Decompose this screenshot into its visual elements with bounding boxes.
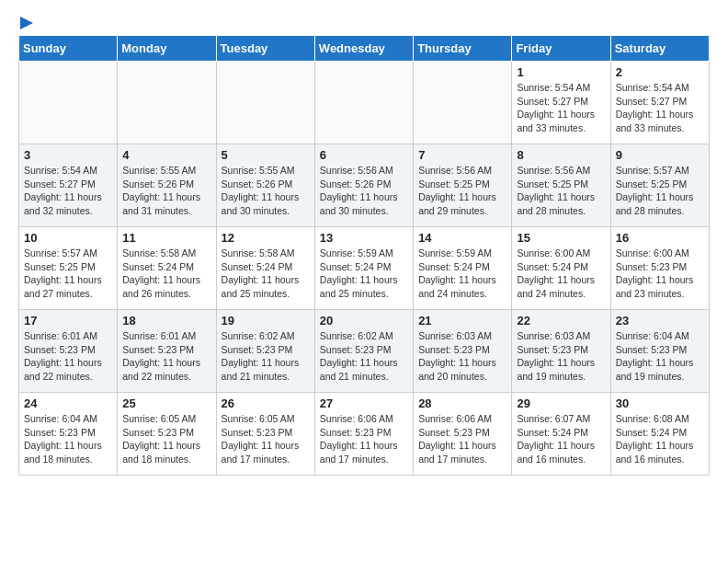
day-number: 25 — [122, 396, 210, 410]
day-number: 10 — [24, 231, 112, 245]
day-info: Sunrise: 6:04 AM Sunset: 5:23 PM Dayligh… — [24, 412, 112, 466]
calendar-cell: 6Sunrise: 5:56 AM Sunset: 5:26 PM Daylig… — [314, 144, 413, 227]
weekday-header-wednesday: Wednesday — [314, 36, 413, 62]
calendar-cell — [314, 62, 413, 144]
day-number: 16 — [616, 231, 704, 245]
calendar-cell: 29Sunrise: 6:07 AM Sunset: 5:24 PM Dayli… — [512, 393, 610, 476]
calendar-cell — [118, 62, 216, 144]
day-number: 19 — [222, 314, 310, 327]
day-info: Sunrise: 5:56 AM Sunset: 5:25 PM Dayligh… — [418, 164, 506, 218]
day-number: 22 — [517, 314, 605, 327]
calendar-cell: 16Sunrise: 6:00 AM Sunset: 5:23 PM Dayli… — [610, 227, 709, 310]
day-info: Sunrise: 6:03 AM Sunset: 5:23 PM Dayligh… — [517, 329, 605, 384]
calendar-cell: 17Sunrise: 6:01 AM Sunset: 5:23 PM Dayli… — [19, 310, 118, 393]
day-number: 8 — [517, 148, 605, 162]
day-info: Sunrise: 6:01 AM Sunset: 5:23 PM Dayligh… — [122, 329, 210, 384]
calendar-cell — [414, 62, 512, 144]
day-info: Sunrise: 5:59 AM Sunset: 5:24 PM Dayligh… — [418, 247, 506, 301]
calendar-week-row: 10Sunrise: 5:57 AM Sunset: 5:25 PM Dayli… — [19, 227, 710, 310]
day-info: Sunrise: 6:01 AM Sunset: 5:23 PM Dayligh… — [24, 329, 112, 384]
weekday-header-row: SundayMondayTuesdayWednesdayThursdayFrid… — [19, 36, 710, 62]
day-info: Sunrise: 5:57 AM Sunset: 5:25 PM Dayligh… — [24, 247, 112, 301]
day-number: 14 — [418, 231, 506, 245]
day-info: Sunrise: 5:56 AM Sunset: 5:26 PM Dayligh… — [320, 164, 408, 218]
day-info: Sunrise: 6:08 AM Sunset: 5:24 PM Dayligh… — [616, 412, 704, 466]
header — [18, 15, 710, 29]
calendar-cell: 11Sunrise: 5:58 AM Sunset: 5:24 PM Dayli… — [118, 227, 216, 310]
day-number: 15 — [517, 231, 605, 245]
calendar-cell: 3Sunrise: 5:54 AM Sunset: 5:27 PM Daylig… — [19, 144, 118, 227]
logo — [18, 15, 35, 35]
day-info: Sunrise: 5:57 AM Sunset: 5:25 PM Dayligh… — [616, 164, 704, 218]
calendar-cell: 26Sunrise: 6:05 AM Sunset: 5:23 PM Dayli… — [216, 393, 314, 476]
day-number: 6 — [320, 148, 408, 162]
calendar-cell: 8Sunrise: 5:56 AM Sunset: 5:25 PM Daylig… — [512, 144, 610, 227]
svg-marker-0 — [20, 17, 33, 29]
calendar-cell — [216, 62, 314, 144]
calendar-week-row: 17Sunrise: 6:01 AM Sunset: 5:23 PM Dayli… — [19, 310, 710, 393]
calendar-cell: 2Sunrise: 5:54 AM Sunset: 5:27 PM Daylig… — [610, 62, 709, 144]
weekday-header-monday: Monday — [118, 36, 216, 62]
day-number: 28 — [418, 396, 506, 410]
calendar-week-row: 3Sunrise: 5:54 AM Sunset: 5:27 PM Daylig… — [19, 144, 710, 227]
day-info: Sunrise: 6:07 AM Sunset: 5:24 PM Dayligh… — [517, 412, 605, 466]
logo-area — [18, 15, 35, 29]
day-info: Sunrise: 6:05 AM Sunset: 5:23 PM Dayligh… — [122, 412, 210, 466]
calendar-cell: 15Sunrise: 6:00 AM Sunset: 5:24 PM Dayli… — [512, 227, 610, 310]
day-info: Sunrise: 5:54 AM Sunset: 5:27 PM Dayligh… — [517, 81, 605, 135]
calendar-cell: 4Sunrise: 5:55 AM Sunset: 5:26 PM Daylig… — [118, 144, 216, 227]
day-info: Sunrise: 6:00 AM Sunset: 5:24 PM Dayligh… — [517, 247, 605, 301]
day-number: 4 — [122, 148, 210, 162]
day-number: 29 — [517, 396, 605, 410]
calendar-cell: 23Sunrise: 6:04 AM Sunset: 5:23 PM Dayli… — [610, 310, 709, 393]
day-info: Sunrise: 5:54 AM Sunset: 5:27 PM Dayligh… — [616, 81, 704, 135]
day-info: Sunrise: 5:55 AM Sunset: 5:26 PM Dayligh… — [122, 164, 210, 218]
day-number: 30 — [616, 396, 704, 410]
calendar-cell: 28Sunrise: 6:06 AM Sunset: 5:23 PM Dayli… — [414, 393, 512, 476]
day-number: 24 — [24, 396, 112, 410]
day-number: 27 — [320, 396, 408, 410]
calendar-cell: 9Sunrise: 5:57 AM Sunset: 5:25 PM Daylig… — [610, 144, 709, 227]
calendar-cell: 20Sunrise: 6:02 AM Sunset: 5:23 PM Dayli… — [314, 310, 413, 393]
day-number: 18 — [122, 314, 210, 327]
day-info: Sunrise: 5:55 AM Sunset: 5:26 PM Dayligh… — [222, 164, 310, 218]
day-info: Sunrise: 6:02 AM Sunset: 5:23 PM Dayligh… — [320, 329, 408, 384]
calendar-cell: 14Sunrise: 5:59 AM Sunset: 5:24 PM Dayli… — [414, 227, 512, 310]
day-info: Sunrise: 6:06 AM Sunset: 5:23 PM Dayligh… — [418, 412, 506, 466]
day-info: Sunrise: 6:04 AM Sunset: 5:23 PM Dayligh… — [616, 329, 704, 384]
calendar-cell: 13Sunrise: 5:59 AM Sunset: 5:24 PM Dayli… — [314, 227, 413, 310]
calendar-cell: 27Sunrise: 6:06 AM Sunset: 5:23 PM Dayli… — [314, 393, 413, 476]
logo-blue-flag — [18, 15, 35, 35]
calendar-page: SundayMondayTuesdayWednesdayThursdayFrid… — [0, 0, 728, 490]
calendar-cell — [19, 62, 118, 144]
day-number: 26 — [222, 396, 310, 410]
day-number: 21 — [418, 314, 506, 327]
day-number: 7 — [418, 148, 506, 162]
calendar-table: SundayMondayTuesdayWednesdayThursdayFrid… — [18, 35, 710, 476]
day-number: 13 — [320, 231, 408, 245]
weekday-header-saturday: Saturday — [610, 36, 709, 62]
calendar-cell: 22Sunrise: 6:03 AM Sunset: 5:23 PM Dayli… — [512, 310, 610, 393]
day-number: 5 — [222, 148, 310, 162]
calendar-cell: 10Sunrise: 5:57 AM Sunset: 5:25 PM Dayli… — [19, 227, 118, 310]
calendar-cell: 25Sunrise: 6:05 AM Sunset: 5:23 PM Dayli… — [118, 393, 216, 476]
day-info: Sunrise: 5:56 AM Sunset: 5:25 PM Dayligh… — [517, 164, 605, 218]
weekday-header-tuesday: Tuesday — [216, 36, 314, 62]
calendar-cell: 21Sunrise: 6:03 AM Sunset: 5:23 PM Dayli… — [414, 310, 512, 393]
day-info: Sunrise: 5:58 AM Sunset: 5:24 PM Dayligh… — [122, 247, 210, 301]
calendar-week-row: 24Sunrise: 6:04 AM Sunset: 5:23 PM Dayli… — [19, 393, 710, 476]
calendar-cell: 18Sunrise: 6:01 AM Sunset: 5:23 PM Dayli… — [118, 310, 216, 393]
day-info: Sunrise: 5:58 AM Sunset: 5:24 PM Dayligh… — [222, 247, 310, 301]
calendar-cell: 1Sunrise: 5:54 AM Sunset: 5:27 PM Daylig… — [512, 62, 610, 144]
calendar-cell: 7Sunrise: 5:56 AM Sunset: 5:25 PM Daylig… — [414, 144, 512, 227]
day-number: 17 — [24, 314, 112, 327]
day-info: Sunrise: 6:03 AM Sunset: 5:23 PM Dayligh… — [418, 329, 506, 384]
calendar-cell: 19Sunrise: 6:02 AM Sunset: 5:23 PM Dayli… — [216, 310, 314, 393]
day-info: Sunrise: 6:06 AM Sunset: 5:23 PM Dayligh… — [320, 412, 408, 466]
calendar-week-row: 1Sunrise: 5:54 AM Sunset: 5:27 PM Daylig… — [19, 62, 710, 144]
calendar-cell: 24Sunrise: 6:04 AM Sunset: 5:23 PM Dayli… — [19, 393, 118, 476]
day-number: 12 — [222, 231, 310, 245]
day-info: Sunrise: 6:00 AM Sunset: 5:23 PM Dayligh… — [616, 247, 704, 301]
day-info: Sunrise: 6:05 AM Sunset: 5:23 PM Dayligh… — [222, 412, 310, 466]
day-number: 9 — [616, 148, 704, 162]
